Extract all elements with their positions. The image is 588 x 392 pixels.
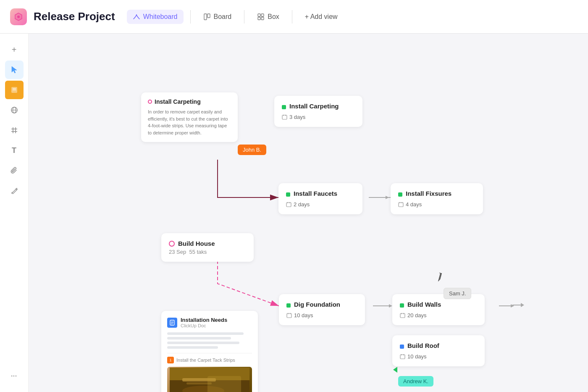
- build-house-card[interactable]: Build House 23 Sep 55 taks: [161, 233, 254, 262]
- svg-marker-25: [386, 196, 389, 199]
- days-icon-fixsures: [398, 202, 404, 207]
- sidebar: +: [0, 34, 29, 392]
- doc-header: Installation Needs ClickUp Doc: [167, 317, 252, 328]
- sam-label: Sam J.: [444, 288, 471, 299]
- card-dot-green-dig: [286, 303, 291, 308]
- dig-foundation-meta: 10 days: [286, 312, 357, 318]
- svg-point-0: [17, 16, 20, 18]
- svg-marker-58: [521, 303, 524, 307]
- sam-label-text: Sam J.: [449, 290, 466, 297]
- sidebar-globe-tool[interactable]: [5, 101, 24, 119]
- build-house-meta: 23 Sep 55 taks: [169, 249, 246, 255]
- topnav: Release Project Whiteboard Board Box + A…: [0, 0, 588, 34]
- arrow-right-edge: [512, 301, 525, 311]
- svg-rect-4: [261, 14, 264, 16]
- build-walls-card[interactable]: Build Walls 20 days: [392, 294, 485, 325]
- build-walls-title: Build Walls: [407, 301, 441, 308]
- canvas[interactable]: Install Carpeting In order to remove car…: [29, 34, 588, 392]
- install-faucets-title: Install Faucets: [294, 190, 337, 197]
- nav-board[interactable]: Board: [197, 10, 238, 24]
- svg-marker-26: [389, 304, 392, 308]
- sidebar-attach-tool[interactable]: [5, 161, 24, 180]
- days-icon-roof: [400, 354, 405, 359]
- install-faucets-days: 2 days: [294, 201, 310, 208]
- nav-divider-2: [244, 10, 244, 24]
- dig-foundation-title: Dig Foundation: [294, 301, 340, 308]
- days-icon-walls: [400, 313, 405, 318]
- install-fixsures-days: 4 days: [406, 201, 422, 208]
- card-dot-blue-roof: [400, 345, 404, 349]
- card-dot-pink: [148, 100, 152, 104]
- doc-line-3: [167, 342, 239, 344]
- john-label: John B.: [238, 145, 266, 155]
- sidebar-text-tool[interactable]: T: [5, 141, 24, 160]
- install-carpeting-desc-title-text: Install Carpeting: [155, 98, 201, 105]
- doc-note-text: Install the Carpet Tack Strips: [176, 358, 235, 363]
- install-faucets-meta: 2 days: [286, 201, 355, 208]
- card-dot-green-fixsures: [398, 192, 402, 197]
- doc-line-2: [167, 337, 231, 339]
- doc-header-text: Installation Needs ClickUp Doc: [181, 317, 227, 328]
- sidebar-add-tool[interactable]: +: [5, 40, 24, 59]
- build-roof-days: 10 days: [407, 353, 427, 360]
- svg-rect-2: [207, 14, 210, 18]
- doc-lines: [167, 332, 252, 349]
- svg-marker-7: [12, 66, 17, 73]
- install-carpeting-desc-card[interactable]: Install Carpeting In order to remove car…: [141, 92, 238, 142]
- sidebar-select-tool[interactable]: [5, 61, 24, 79]
- install-faucets-card[interactable]: Install Faucets 2 days: [278, 183, 362, 214]
- days-icon: [282, 114, 287, 120]
- add-view-label: + Add view: [305, 13, 338, 21]
- sidebar-grid-tool[interactable]: [5, 121, 24, 139]
- card-dot-green-carpeting: [282, 105, 286, 109]
- doc-line-4: [167, 346, 218, 349]
- card-dot-green-walls: [400, 303, 404, 308]
- install-carpeting-task-card[interactable]: Install Carpeting 3 days: [274, 96, 362, 127]
- pencil-cursor: [433, 270, 448, 286]
- build-house-count: 55 taks: [189, 249, 207, 255]
- sidebar-sketch-tool[interactable]: [5, 182, 24, 200]
- build-roof-card[interactable]: Build Roof 10 days: [392, 335, 485, 366]
- card-dot-circle-pink: [169, 241, 175, 247]
- install-fixsures-meta: 4 days: [398, 201, 475, 208]
- nav-whiteboard[interactable]: Whiteboard: [127, 10, 184, 24]
- install-carpeting-days: 3 days: [289, 114, 305, 120]
- installation-needs-doc[interactable]: Installation Needs ClickUp Doc 1 Install…: [161, 311, 258, 392]
- install-carpeting-task-meta: 3 days: [282, 114, 355, 120]
- install-fixsures-card[interactable]: Install Fixsures 4 days: [391, 183, 483, 214]
- build-walls-meta: 20 days: [400, 312, 477, 318]
- svg-rect-6: [261, 17, 264, 20]
- john-label-text: John B.: [243, 147, 261, 153]
- install-carpeting-task-title: Install Carpeting: [289, 103, 339, 110]
- install-carpeting-desc-title: Install Carpeting: [148, 98, 231, 105]
- doc-subtitle: ClickUp Doc: [181, 323, 227, 328]
- nav-box[interactable]: Box: [251, 10, 285, 24]
- dig-foundation-days: 10 days: [294, 312, 313, 318]
- sidebar-sticky-tool[interactable]: [5, 81, 24, 99]
- svg-rect-1: [204, 14, 207, 20]
- dig-foundation-card[interactable]: Dig Foundation 10 days: [279, 294, 365, 325]
- days-icon-dig: [286, 313, 292, 318]
- card-dot-green-faucets: [286, 192, 290, 197]
- arrow-point-green: [392, 366, 401, 376]
- days-icon-faucets: [286, 202, 291, 207]
- install-carpeting-desc-body: In order to remove carpet easily and eff…: [148, 108, 231, 136]
- install-fixsures-title: Install Fixsures: [406, 190, 452, 197]
- build-house-title: Build House: [178, 240, 215, 247]
- svg-marker-56: [393, 367, 397, 373]
- svg-rect-43: [400, 355, 405, 359]
- doc-icon: [167, 318, 177, 328]
- project-title: Release Project: [34, 10, 115, 23]
- add-view-button[interactable]: + Add view: [299, 10, 344, 24]
- nav-box-label: Box: [268, 13, 279, 21]
- main-area: +: [0, 34, 588, 392]
- doc-title: Installation Needs: [181, 317, 227, 323]
- svg-rect-3: [258, 14, 260, 16]
- svg-rect-31: [286, 203, 291, 207]
- sidebar-more-tool[interactable]: ···: [5, 367, 24, 385]
- doc-image: [167, 367, 252, 392]
- doc-line-1: [167, 332, 244, 335]
- nav-board-label: Board: [214, 13, 232, 21]
- andrew-label-text: Andrew K.: [403, 378, 428, 384]
- svg-rect-37: [287, 313, 291, 318]
